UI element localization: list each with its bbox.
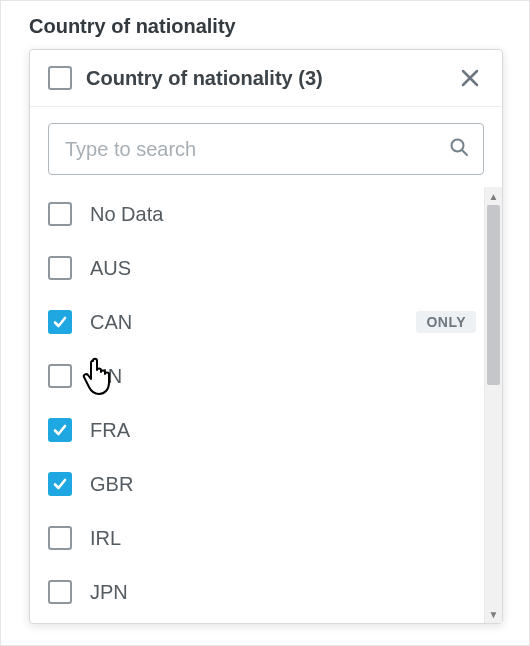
scroll-down-arrow[interactable]: ▼ [485,605,502,623]
option-row[interactable]: AUS [48,241,484,295]
option-checkbox[interactable] [48,364,72,388]
option-checkbox[interactable] [48,256,72,280]
option-checkbox[interactable] [48,472,72,496]
close-button[interactable] [456,64,484,92]
search-icon [449,137,469,161]
option-label: FIN [90,365,484,388]
popup-title: Country of nationality (3) [86,67,456,90]
option-checkbox[interactable] [48,418,72,442]
options-list: No DataAUSCANONLYFINFRAGBRIRLJPN [30,187,484,623]
only-button[interactable]: ONLY [416,311,476,333]
select-all-checkbox[interactable] [48,66,72,90]
option-label: No Data [90,203,484,226]
scroll-up-arrow[interactable]: ▲ [485,187,502,205]
option-checkbox[interactable] [48,580,72,604]
search-box[interactable] [48,123,484,175]
option-label: JPN [90,581,484,604]
option-row[interactable]: IRL [48,511,484,565]
option-row[interactable]: No Data [48,187,484,241]
option-label: AUS [90,257,484,280]
option-row[interactable]: FRA [48,403,484,457]
option-checkbox[interactable] [48,526,72,550]
option-row[interactable]: JPN [48,565,484,619]
svg-line-3 [462,150,467,155]
options-list-wrap: No DataAUSCANONLYFINFRAGBRIRLJPN ▲ ▼ [30,187,502,623]
option-label: IRL [90,527,484,550]
option-label: CAN [90,311,416,334]
scrollbar[interactable]: ▲ ▼ [484,187,502,623]
option-checkbox[interactable] [48,310,72,334]
option-checkbox[interactable] [48,202,72,226]
section-title: Country of nationality [29,15,529,38]
filter-panel: Country of nationality Country of nation… [0,0,530,646]
search-wrap [30,107,502,183]
option-label: FRA [90,419,484,442]
close-icon [461,69,479,87]
option-label: GBR [90,473,484,496]
search-input[interactable] [63,137,449,162]
filter-popup: Country of nationality (3) No [29,49,503,624]
popup-header: Country of nationality (3) [30,50,502,107]
scroll-thumb[interactable] [487,205,500,385]
scroll-track[interactable] [485,205,502,605]
option-row[interactable]: FIN [48,349,484,403]
option-row[interactable]: GBR [48,457,484,511]
option-row[interactable]: CANONLY [48,295,484,349]
